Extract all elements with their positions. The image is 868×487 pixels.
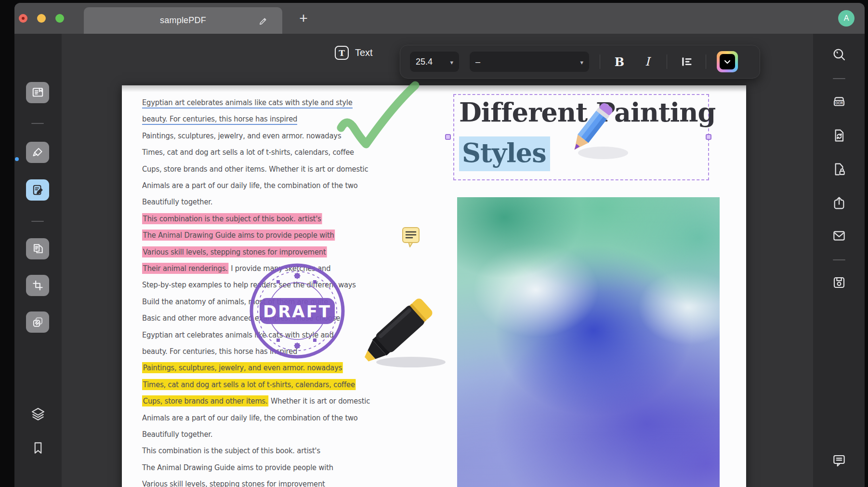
sidebar-item-reader[interactable] [26, 82, 49, 103]
left-sidebar [14, 34, 62, 487]
close-button[interactable] [19, 14, 27, 23]
green-checkmark-annotation[interactable] [332, 79, 424, 151]
avatar-initial: A [844, 14, 849, 23]
edit-pdf-icon [31, 184, 44, 196]
sidebar-item-layers[interactable] [30, 406, 46, 422]
chevron-down-icon [724, 60, 731, 64]
text-tool-label: Text [355, 47, 373, 58]
chevron-down-icon [575, 57, 583, 67]
document-tab[interactable]: samplePDF [84, 7, 282, 34]
account-avatar[interactable]: A [838, 10, 855, 27]
app-window: samplePDF + A [14, 3, 865, 487]
pencil-emoji[interactable] [559, 94, 631, 174]
bold-button[interactable]: B [611, 52, 628, 72]
sidebar-item-crop[interactable] [26, 275, 49, 296]
rename-pencil-icon[interactable] [258, 15, 269, 26]
sidebar-item-ocr[interactable]: OCR [831, 94, 847, 110]
right-sidebar: OCR [813, 34, 865, 487]
search-icon [831, 47, 847, 62]
feedback-comment-icon [831, 453, 847, 468]
text-line[interactable]: This combination is the subject of this … [142, 213, 322, 224]
bold-label: B [615, 55, 624, 69]
font-family-value: – [475, 57, 480, 67]
draft-stamp[interactable]: DRAFT [242, 256, 353, 366]
divider [31, 221, 44, 222]
text-line[interactable]: Egyptian art celebrates animals like cat… [142, 97, 353, 108]
svg-text:OCR: OCR [835, 101, 843, 105]
text-line[interactable]: Animals are a part of our daily life, th… [142, 412, 358, 423]
sidebar-item-search[interactable] [831, 46, 847, 63]
text-line[interactable]: beauty. For centuries, this horse has in… [142, 113, 297, 124]
sticky-note-icon[interactable] [402, 227, 421, 250]
sidebar-item-bookmark[interactable] [30, 440, 46, 456]
text-line[interactable]: The Animal Drawing Guide aims to provide… [142, 462, 333, 473]
stamp-label: DRAFT [263, 302, 331, 321]
text-line[interactable]: Various skill levels, stepping stones fo… [142, 478, 325, 487]
format-toolbar: 25.4 – B I [400, 45, 760, 79]
color-picker-button[interactable] [717, 51, 738, 72]
layers-icon [30, 406, 46, 422]
pages-icon [31, 243, 44, 255]
color-swatch [720, 54, 735, 69]
titlebar: samplePDF + A [14, 3, 865, 34]
text-line[interactable]: Animals are a part of our daily life, th… [142, 180, 358, 191]
mail-icon [831, 228, 847, 244]
sidebar-item-feedback[interactable] [831, 452, 847, 469]
font-size-select[interactable]: 25.4 [410, 52, 459, 72]
sidebar-item-share[interactable] [831, 195, 847, 211]
text-line[interactable]: The Animal Drawing Guide aims to provide… [142, 230, 335, 241]
font-family-select[interactable]: – [470, 52, 589, 72]
new-tab-button[interactable]: + [295, 9, 312, 28]
protect-lock-icon [831, 162, 847, 177]
sidebar-item-convert[interactable] [831, 127, 847, 144]
selection-handle-right[interactable] [706, 134, 711, 140]
ocr-icon: OCR [831, 94, 847, 109]
text-line[interactable]: Cups, store brands and other items. Whet… [142, 163, 368, 175]
tab-title: samplePDF [160, 15, 206, 26]
divider [667, 54, 667, 69]
text-line[interactable]: Times, cat and dog art sells a lot of t-… [142, 379, 356, 390]
text-tool-indicator: T Text [334, 45, 373, 60]
watercolor-image[interactable] [457, 197, 720, 487]
divider [833, 78, 845, 79]
text-line[interactable]: Beautifully together. [142, 196, 212, 207]
reader-book-icon [31, 86, 44, 99]
active-tool-indicator [15, 157, 19, 161]
divider [31, 123, 44, 124]
font-size-value: 25.4 [416, 57, 433, 67]
svg-text:T: T [339, 48, 345, 58]
sidebar-item-email[interactable] [831, 228, 847, 244]
bookmark-icon [31, 441, 45, 455]
crop-icon [31, 279, 44, 292]
document-heading-line2[interactable]: Styles [459, 137, 550, 168]
zoom-button[interactable] [55, 14, 64, 23]
selection-handle-left[interactable] [445, 134, 451, 140]
divider [706, 54, 706, 69]
text-line[interactable]: This combination is the subject of this … [142, 445, 320, 456]
italic-button[interactable]: I [639, 52, 656, 72]
sidebar-item-edit[interactable] [26, 179, 49, 201]
share-icon [831, 195, 847, 211]
text-line[interactable]: Beautifully together. [142, 429, 212, 440]
minimize-button[interactable] [37, 14, 46, 23]
selected-word: Styles [459, 136, 550, 171]
pdf-page: Egyptian art celebrates animals like cat… [122, 85, 746, 487]
divider [833, 259, 845, 260]
text-line[interactable]: Paintings, sculptures, jewelry, and even… [142, 130, 341, 141]
chevron-down-icon [445, 57, 453, 67]
highlighter-pen-image[interactable] [358, 296, 452, 373]
text-tool-icon: T [334, 45, 349, 60]
compare-pages-icon [31, 316, 44, 328]
align-button[interactable] [678, 52, 695, 72]
sidebar-item-protect[interactable] [831, 161, 847, 177]
convert-document-icon [831, 128, 847, 143]
text-line[interactable]: Times, cat and dog art sells a lot of t-… [142, 147, 354, 158]
save-icon [831, 275, 847, 290]
sidebar-item-annotate[interactable] [26, 142, 49, 163]
sidebar-item-compare[interactable] [26, 311, 49, 333]
sidebar-item-organize-pages[interactable] [26, 238, 49, 259]
italic-label: I [645, 55, 649, 68]
text-line[interactable]: Cups, store brands and other items. Whet… [142, 395, 370, 406]
sidebar-item-save[interactable] [831, 274, 847, 291]
screen: samplePDF + A [0, 0, 868, 487]
